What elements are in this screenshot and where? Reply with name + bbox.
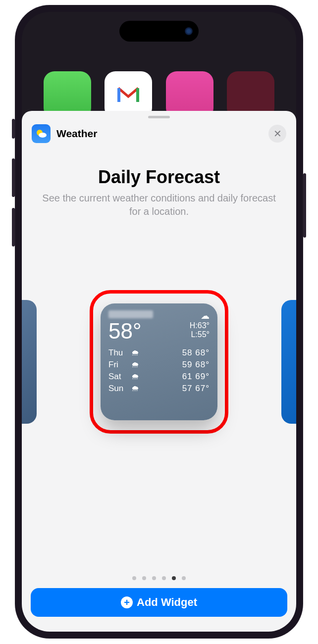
widget-description: See the current weather conditions and d… — [22, 188, 296, 218]
page-dot[interactable] — [162, 576, 166, 580]
carousel-peek-previous[interactable] — [22, 300, 37, 424]
high-temp-label: H:63° — [190, 321, 210, 330]
low-temp-label: L:55° — [190, 330, 210, 339]
page-dot-active[interactable] — [172, 576, 176, 580]
rain-icon: 🌧 — [131, 348, 151, 357]
day-label: Thu — [108, 348, 131, 358]
plus-icon: + — [121, 596, 133, 608]
widget-picker-sheet: Weather ✕ Daily Forecast See the current… — [22, 111, 296, 632]
temp-range: 61 69° — [151, 372, 210, 382]
condition-icon: ☁ — [190, 310, 210, 321]
sheet-header: Weather ✕ — [22, 118, 296, 143]
silence-switch[interactable] — [12, 119, 15, 139]
svg-point-3 — [39, 133, 47, 138]
dynamic-island — [119, 21, 199, 42]
phone-screen: Weather ✕ Daily Forecast See the current… — [22, 12, 296, 632]
volume-down-button[interactable] — [12, 208, 15, 247]
temp-range: 58 68° — [151, 348, 210, 358]
rain-icon: 🌧 — [131, 384, 151, 393]
carousel-peek-next[interactable] — [281, 300, 296, 424]
widget-preview[interactable]: 58° ☁ H:63° L:55° Thu 🌧 58 68° — [101, 303, 217, 420]
svg-rect-0 — [117, 88, 120, 102]
page-indicator[interactable] — [22, 576, 296, 580]
power-button[interactable] — [303, 173, 306, 238]
forecast-row: Sat 🌧 61 69° — [108, 371, 210, 383]
weather-app-icon — [32, 124, 51, 143]
front-camera — [185, 27, 193, 35]
day-label: Fri — [108, 360, 131, 370]
temp-range: 57 67° — [151, 384, 210, 394]
temp-range: 59 68° — [151, 360, 210, 370]
forecast-row: Thu 🌧 58 68° — [108, 347, 210, 359]
page-dot[interactable] — [182, 576, 186, 580]
close-icon: ✕ — [273, 128, 282, 140]
page-dot[interactable] — [152, 576, 156, 580]
rain-icon: 🌧 — [131, 360, 151, 369]
day-label: Sun — [108, 384, 131, 394]
app-name-label: Weather — [56, 128, 97, 140]
page-dot[interactable] — [142, 576, 146, 580]
rain-icon: 🌧 — [131, 372, 151, 381]
volume-up-button[interactable] — [12, 158, 15, 197]
widget-title: Daily Forecast — [22, 167, 296, 188]
add-widget-label: Add Widget — [137, 596, 197, 609]
add-widget-button[interactable]: + Add Widget — [31, 588, 287, 617]
forecast-rows: Thu 🌧 58 68° Fri 🌧 59 68° Sat 🌧 6 — [108, 347, 210, 395]
svg-rect-1 — [136, 88, 139, 102]
widget-carousel[interactable]: 58° ☁ H:63° L:55° Thu 🌧 58 68° — [22, 288, 296, 436]
phone-frame: Weather ✕ Daily Forecast See the current… — [15, 5, 303, 639]
forecast-row: Fri 🌧 59 68° — [108, 359, 210, 371]
current-temperature: 58° — [108, 320, 153, 342]
page-dot[interactable] — [132, 576, 136, 580]
day-label: Sat — [108, 372, 131, 382]
forecast-row: Sun 🌧 57 67° — [108, 383, 210, 395]
close-button[interactable]: ✕ — [268, 125, 286, 143]
location-label-redacted — [108, 310, 153, 318]
